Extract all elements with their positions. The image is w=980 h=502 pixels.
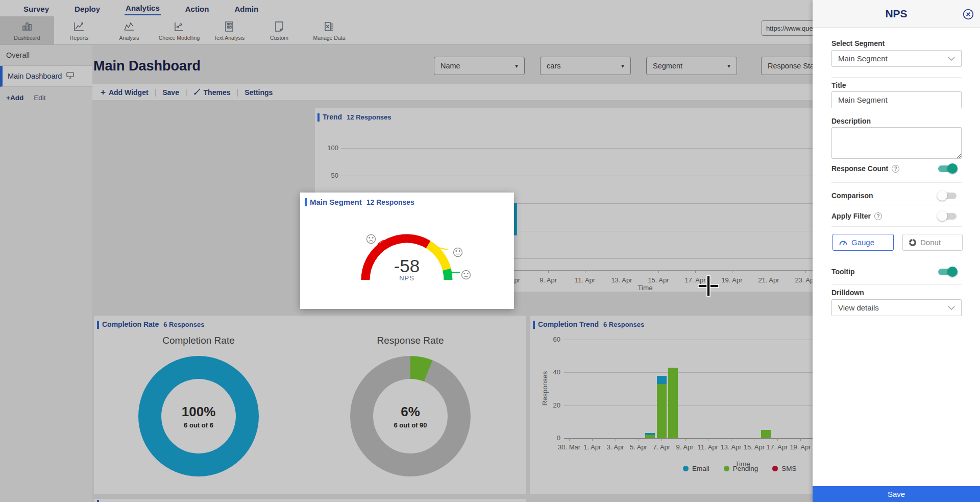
divider [831,226,962,227]
gauge-chart [300,193,514,309]
nps-value: -58 [356,256,458,276]
nps-gauge-widget: Main Segment 12 Responses -58 NPS [300,193,514,309]
title-input[interactable] [831,91,962,108]
divider [831,205,962,205]
select-segment-label: Select Segment [831,39,885,47]
tooltip-label: Tooltip [831,268,855,276]
happy-face-icon [462,271,471,279]
app-root: Survey Deploy Analytics Action Admin Das… [0,0,980,502]
gauge-type-button[interactable]: Gauge [832,234,894,251]
chevron-down-icon [948,306,955,310]
comparison-label: Comparison [831,192,873,200]
panel-title: NPS [885,8,907,20]
apply-filter-toggle[interactable] [937,211,958,221]
divider [831,77,962,78]
apply-filter-text: Apply Filter [831,212,871,220]
help-icon[interactable]: ? [892,165,899,173]
comparison-toggle[interactable] [937,190,958,201]
help-icon[interactable]: ? [874,212,882,220]
donut-button-label: Donut [920,238,941,247]
tooltip-toggle[interactable] [937,267,958,277]
description-textarea[interactable] [831,127,962,159]
gauge-button-label: Gauge [851,238,874,247]
title-label: Title [831,81,846,89]
nps-unit-label: NPS [356,274,458,282]
segment-select-value: Main Segment [838,54,888,63]
description-label: Description [831,117,871,125]
drilldown-select[interactable]: View details [831,299,962,316]
response-count-toggle[interactable] [937,163,958,174]
close-icon[interactable] [963,9,974,22]
divider [831,284,962,285]
drilldown-select-value: View details [838,303,879,312]
donut-icon [909,239,916,246]
divider [831,182,962,183]
crosshair-cursor [697,275,720,297]
apply-filter-label: Apply Filter ? [831,212,882,220]
sad-face-icon [367,235,376,244]
nps-settings-panel: NPS Select Segment Main Segment Title De… [813,0,980,502]
response-count-label: Response Count ? [831,164,899,173]
segment-select[interactable]: Main Segment [831,50,962,67]
gauge-icon [839,240,847,245]
panel-save-button[interactable]: Save [813,486,980,502]
donut-type-button[interactable]: Donut [902,234,963,251]
neutral-face-icon [454,248,462,257]
panel-header: NPS [813,0,980,28]
chevron-down-icon [948,57,955,61]
response-count-text: Response Count [831,164,888,173]
drilldown-label: Drilldown [831,289,864,297]
